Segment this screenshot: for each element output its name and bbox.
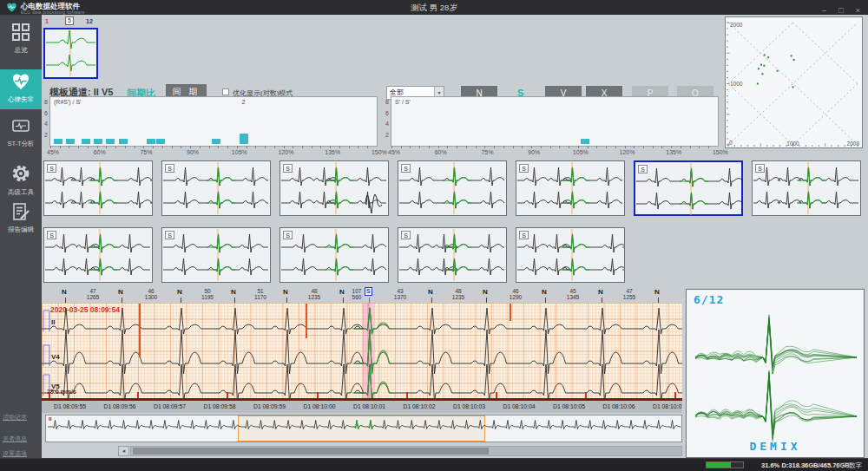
template-thumbnail[interactable]: S [516,227,625,283]
beat-interval-values: 431370 [388,288,412,300]
rhythm-strip[interactable]: 2020-03-25 08:09:54 25.0 mm/s IIV4V5 [42,303,682,398]
overview-navigator[interactable]: II [45,415,682,442]
caps-lock-indicator: 大写 [837,461,850,470]
interval-tick [137,392,139,398]
axis-tick-label: 120% [273,149,299,155]
sidebar-item-report-edit[interactable]: 报告编辑 [0,200,42,241]
axis-tick-label: 105% [227,149,253,155]
beat-overlay-traces [687,297,864,448]
beat-label-n[interactable]: N [62,288,67,296]
thumbnail-ecg [44,161,152,215]
sidebar-item-overview[interactable]: 总览 [0,20,42,65]
rr-value: 1235 [302,294,326,300]
rr-value: 560 [345,294,369,300]
thumbnail-ecg [162,228,270,282]
sidebar-item-advanced-tools[interactable]: 高级工具 [0,160,42,202]
beat-label-n[interactable]: N [283,288,288,296]
axis-tick-label: 150% [707,149,733,155]
beat-interval-values: 471265 [81,288,105,300]
hr-value: 43 [388,288,412,294]
beat-interval-values: 481235 [302,288,326,300]
link-patient-info[interactable]: 患者信息 [3,435,27,443]
template-thumbnail[interactable]: S [516,160,625,216]
interval-tick [317,392,319,398]
patient-info: 测试 男 28岁 [0,3,868,14]
histogram-title: (R#S') / S' [54,99,81,105]
lorenz-scatter-panel: 20001000010002000 [725,16,863,148]
maximize-button[interactable]: □ [835,6,848,15]
axis-tick-label: 60% [87,149,113,155]
minimize-button[interactable]: – [818,6,831,15]
axis-tick-label: 60% [428,149,454,155]
beat-interval-values: 501195 [195,288,220,300]
hr-value: 46 [139,288,163,294]
sidebar-item-arrhythmia[interactable]: 心律失常 [0,69,42,109]
thumbnail-beat-type-label: S [283,164,293,173]
thumbnail-beat-type-label: S [519,164,529,173]
template-channel-num-current: 5 [65,16,74,25]
beat-interval-values: 461290 [503,288,528,300]
beat-label-n[interactable]: N [118,288,123,296]
time-label: D1 08:09:55 [54,403,86,409]
interval-tick [406,392,408,398]
template-thumbnail-grid: SSSSSSSSSSSS [42,160,865,284]
num-lock-indicator: 数字 [849,461,862,470]
ecg-traces [42,303,682,398]
link-activity-log[interactable]: 活动记录 [3,413,27,422]
beat-label-n[interactable]: N [428,288,433,296]
interval-tick [49,392,50,398]
thumbnail-beat-type-label: S [165,164,174,173]
beat-interval-values: 511170 [248,288,273,300]
time-axis-band: D1 08:09:55D1 08:09:56D1 08:09:57D1 08:0… [42,401,682,413]
beat-label-n[interactable]: N [598,288,603,296]
template-thumbnail[interactable]: S [752,160,861,216]
thumbnail-ecg [516,228,624,282]
axis-tick-label: 120% [615,149,641,155]
template-thumbnail[interactable]: S [43,160,153,216]
axis-tick-label: 135% [319,149,345,155]
beat-label-n[interactable]: N [542,288,547,296]
beat-label-n[interactable]: N [339,288,345,296]
rr-value: 1300 [139,294,163,300]
beat-label-n[interactable]: N [177,288,182,296]
time-label: D1 08:10:02 [404,403,436,409]
beat-label-n[interactable]: N [654,288,660,296]
beat-label-n[interactable]: N [483,288,488,296]
histogram-bar [82,139,90,144]
svg-text:1000: 1000 [730,81,743,87]
sidebar-item-label: 报告编辑 [0,226,42,234]
hr-value: 47 [81,288,105,294]
axis-tick-label: 2 [382,132,389,138]
thumbnail-ecg [280,161,388,215]
interval-ratio-histogram-right: S' / S' 45%60%75%90%105%120%135%150%2468 [391,96,719,147]
selected-template-preview[interactable] [43,28,98,79]
rr-value: 1370 [388,294,412,300]
scrollbar-left-arrow[interactable]: ◂ [118,446,129,456]
beat-label-n[interactable]: N [231,288,236,296]
histogram-bar [94,139,102,144]
hr-value: 46 [503,288,528,294]
close-button[interactable]: × [852,6,865,15]
template-thumbnail-selected[interactable]: S [634,160,743,216]
axis-tick-label: 6 [382,110,389,116]
template-thumbnail[interactable]: S [279,160,389,216]
link-settings[interactable]: 设置选项 [3,449,27,458]
statusbar: 31.6% D:318.36GB/465.76GB 大写 数字 [0,458,868,471]
template-thumbnail[interactable]: S [398,227,507,283]
thumbnail-beat-type-label: S [165,231,174,239]
rr-value: 1235 [446,294,470,300]
template-thumbnail[interactable]: S [161,160,271,216]
template-thumbnail[interactable]: S [43,227,153,283]
scrollbar-thumb[interactable] [133,448,489,455]
event-marker [139,304,141,357]
event-marker [510,304,511,321]
beat-interval-values: 451345 [561,288,585,300]
template-thumbnail[interactable]: S [279,227,389,283]
template-thumbnail[interactable]: S [398,160,507,216]
optimize-display-checkbox[interactable] [222,88,229,95]
template-thumbnail[interactable]: S [161,227,271,283]
horizontal-scrollbar[interactable] [130,446,682,456]
sidebar-item-stt[interactable]: ST-T分析 [0,114,42,155]
axis-tick-label: 75% [133,149,159,155]
interval-tick [585,392,587,398]
